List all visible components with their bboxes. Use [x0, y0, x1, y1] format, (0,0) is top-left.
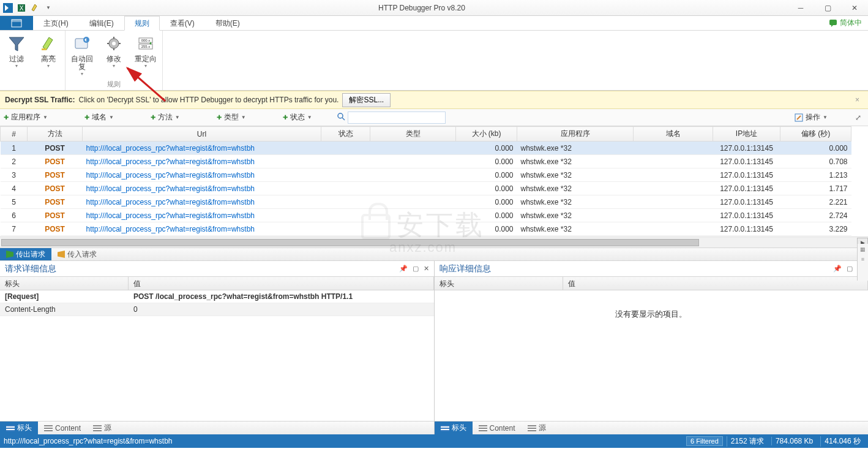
column-header[interactable]: Url [83, 127, 321, 142]
incoming-tab[interactable]: 传入请求 [51, 248, 103, 260]
redirect-button[interactable]: 000.x255.x 重定向 ▾ [133, 33, 159, 77]
svg-text:000.x: 000.x [141, 39, 151, 42]
menu-tab-1[interactable]: 编辑(E) [79, 16, 124, 31]
filter-toolbar: ✚应用程序▼✚域名▼✚方法▼✚类型▼✚状态▼ 操作 ▼ ⤢ [0, 109, 868, 126]
menu-tab-0[interactable]: 主页(H) [33, 16, 79, 31]
column-header[interactable]: 方法 [28, 127, 83, 142]
column-header[interactable]: 状态 [321, 127, 370, 142]
svg-rect-6 [42, 48, 47, 50]
minimize-button[interactable]: ─ [787, 0, 814, 16]
filter-0[interactable]: ✚应用程序▼ [4, 112, 48, 123]
chevron-down-icon: ▼ [241, 115, 246, 120]
tab-source[interactable]: 源 [87, 422, 118, 434]
tab-content[interactable]: Content [473, 422, 522, 434]
search-input[interactable] [348, 112, 446, 124]
titlebar: X ▼ HTTP Debugger Pro v8.20 ─ ▢ ✕ [0, 0, 868, 16]
column-header[interactable]: 域名 [634, 127, 713, 142]
qat-dropdown-icon[interactable]: ▼ [43, 2, 54, 13]
status-bar: http:///local_process_rpc?what=regist&fr… [0, 434, 868, 448]
flag-in-icon [58, 251, 65, 258]
menu-tab-3[interactable]: 查看(V) [160, 16, 205, 31]
ribbon: 过滤 ▾ 高亮 ▾ 自动回复 ▾ 修改 ▾ 000.x255.x [0, 31, 868, 91]
response-bottom-tabs: 标头 Content 源 [435, 421, 869, 434]
highlight-quick-icon[interactable] [29, 2, 40, 13]
source-tab-icon [528, 425, 536, 431]
ssl-banner: Decrypt SSL Traffic: Click on 'Decrypt S… [0, 91, 868, 109]
autoreply-button[interactable]: 自动回复 ▾ [69, 33, 95, 77]
highlight-button[interactable]: 高亮 ▾ [36, 33, 61, 69]
window-icon[interactable]: ▢ [847, 265, 853, 273]
column-header[interactable]: IP地址 [713, 127, 780, 142]
svg-rect-5 [829, 20, 837, 25]
request-grid-wrap[interactable]: #方法Url状态类型大小 (kb)应用程序域名IP地址偏移 (秒) 1POSTh… [0, 126, 868, 236]
header-row[interactable]: Content-Length0 [0, 303, 434, 316]
outgoing-tab[interactable]: 传出请求 [0, 248, 51, 260]
request-detail-panel: 请求详细信息 📌 ▢ ✕ 标头 值 [Request]POST /local_p… [0, 261, 435, 434]
header-row[interactable]: [Request]POST /local_process_rpc?what=re… [0, 290, 434, 303]
expand-button[interactable]: ⤢ [852, 113, 864, 122]
column-header[interactable]: 类型 [370, 127, 456, 142]
side-tool-1[interactable]: ▦ [860, 246, 866, 252]
column-header[interactable]: # [1, 127, 28, 142]
status-size: 784.068 Kb [771, 437, 817, 445]
column-header[interactable]: 大小 (kb) [456, 127, 517, 142]
table-row[interactable]: 2POSThttp:///local_process_rpc?what=regi… [1, 155, 851, 168]
window-icon[interactable]: ▢ [413, 265, 419, 273]
search-icon [337, 112, 345, 123]
maximize-button[interactable]: ▢ [814, 0, 841, 16]
right-side-tools: ▦ ≡ [857, 244, 868, 281]
table-row[interactable]: 4POSThttp:///local_process_rpc?what=regi… [1, 182, 851, 195]
filter-1[interactable]: ✚域名▼ [84, 112, 114, 123]
scrollbar-thumb[interactable] [1, 239, 699, 246]
language-button[interactable]: 简体中 [823, 16, 868, 30]
chevron-down-icon: ▾ [144, 63, 147, 69]
filter-add-icon: ✚ [217, 114, 222, 121]
status-url: http:///local_process_rpc?what=regist&fr… [4, 437, 172, 445]
filter-button[interactable]: 过滤 ▾ [4, 33, 29, 69]
close-button[interactable]: ✕ [841, 0, 868, 16]
chat-icon [829, 19, 837, 28]
menu-tab-4[interactable]: 帮助(E) [205, 16, 250, 31]
funnel-icon [6, 33, 27, 54]
svg-point-20 [338, 113, 343, 118]
svg-point-10 [112, 42, 116, 45]
response-empty-message: 没有要显示的项目。 [435, 290, 869, 421]
filter-2[interactable]: ✚方法▼ [151, 112, 180, 123]
decrypt-ssl-button[interactable]: 解密SSL... [342, 93, 391, 107]
table-row[interactable]: 5POSThttp:///local_process_rpc?what=regi… [1, 195, 851, 209]
request-bottom-tabs: 标头 Content 源 [0, 421, 434, 434]
menu-tabs: 主页(H)编辑(E)规则查看(V)帮助(E) 简体中 [0, 16, 868, 31]
response-columns-header: 标头 值 [435, 277, 869, 290]
table-row[interactable]: 7POSThttp:///local_process_rpc?what=regi… [1, 222, 851, 236]
tab-headers[interactable]: 标头 [0, 422, 38, 434]
pin-icon[interactable]: 📌 [833, 265, 842, 273]
side-tool-2[interactable]: ≡ [861, 256, 864, 262]
ribbon-group-rules: 自动回复 ▾ 修改 ▾ 000.x255.x 重定向 ▾ 规则 [65, 31, 163, 90]
file-menu-button[interactable] [0, 16, 33, 30]
close-panel-icon[interactable]: ✕ [424, 265, 429, 273]
modify-button[interactable]: 修改 ▾ [101, 33, 127, 77]
filter-3[interactable]: ✚类型▼ [217, 112, 246, 123]
chevron-down-icon: ▼ [307, 115, 312, 120]
content-tab-icon [44, 425, 53, 431]
excel-export-icon[interactable]: X [16, 2, 27, 13]
table-row[interactable]: 6POSThttp:///local_process_rpc?what=regi… [1, 209, 851, 222]
column-header[interactable]: 应用程序 [517, 127, 634, 142]
tab-headers[interactable]: 标头 [435, 422, 473, 434]
table-row[interactable]: 3POSThttp:///local_process_rpc?what=regi… [1, 168, 851, 182]
banner-close-button[interactable]: × [851, 96, 863, 104]
pin-icon[interactable]: 📌 [399, 265, 408, 273]
tab-source[interactable]: 源 [522, 422, 552, 434]
request-headers-body[interactable]: [Request]POST /local_process_rpc?what=re… [0, 290, 434, 421]
status-filtered[interactable]: 6 Filtered [686, 436, 723, 446]
chevron-down-icon: ▼ [109, 115, 114, 120]
operations-button[interactable]: 操作 ▼ [795, 112, 828, 123]
menu-tab-2[interactable]: 规则 [124, 16, 160, 31]
headers-tab-icon [6, 425, 15, 431]
filter-4[interactable]: ✚状态▼ [283, 112, 312, 123]
quick-access-toolbar: X ▼ [0, 2, 56, 13]
column-header[interactable]: 偏移 (秒) [780, 127, 851, 142]
table-row[interactable]: 1POSThttp:///local_process_rpc?what=regi… [1, 142, 851, 155]
horizontal-scrollbar[interactable]: ▶ [0, 236, 868, 248]
tab-content[interactable]: Content [38, 422, 87, 434]
